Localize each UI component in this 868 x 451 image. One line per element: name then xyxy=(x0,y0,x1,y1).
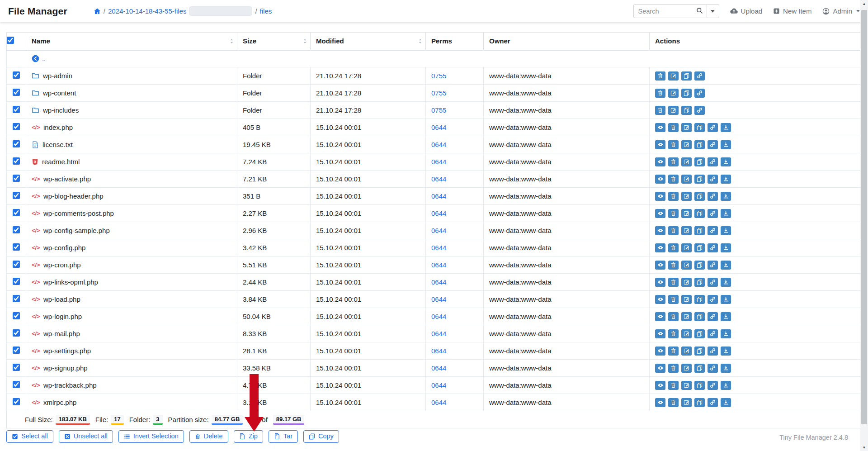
preview-button[interactable] xyxy=(655,398,665,407)
perms-link[interactable]: 0644 xyxy=(431,227,446,234)
direct-link-button[interactable] xyxy=(708,381,718,390)
rename-button[interactable] xyxy=(681,398,692,407)
rename-button[interactable] xyxy=(681,175,692,184)
rename-button[interactable] xyxy=(681,278,692,287)
rename-button[interactable] xyxy=(681,261,692,270)
sort-icon[interactable] xyxy=(418,38,422,44)
perms-link[interactable]: 0644 xyxy=(431,381,446,389)
preview-button[interactable] xyxy=(655,347,665,356)
direct-link-button[interactable] xyxy=(708,398,718,407)
rename-button[interactable] xyxy=(668,89,679,98)
download-button[interactable] xyxy=(721,381,731,390)
perms-link[interactable]: 0644 xyxy=(431,278,446,286)
rename-button[interactable] xyxy=(681,226,692,235)
delete-button[interactable] xyxy=(668,123,679,132)
direct-link-button[interactable] xyxy=(708,209,718,218)
row-checkbox[interactable] xyxy=(13,312,20,319)
perms-link[interactable]: 0644 xyxy=(431,261,446,269)
direct-link-button[interactable] xyxy=(708,312,718,321)
search-input[interactable] xyxy=(633,4,707,18)
breadcrumb-home-link[interactable] xyxy=(94,8,101,15)
copy-button[interactable] xyxy=(694,157,705,166)
copy-button[interactable] xyxy=(694,123,705,132)
delete-button[interactable] xyxy=(668,381,679,390)
preview-button[interactable] xyxy=(655,364,665,373)
copy-button[interactable] xyxy=(694,261,705,270)
delete-button[interactable] xyxy=(668,261,679,270)
download-button[interactable] xyxy=(721,192,731,201)
perms-link[interactable]: 0644 xyxy=(431,244,446,252)
scrollbar-thumb[interactable] xyxy=(861,10,867,424)
download-button[interactable] xyxy=(721,175,731,184)
delete-button[interactable] xyxy=(668,364,679,373)
row-checkbox[interactable] xyxy=(13,226,20,233)
rename-button[interactable] xyxy=(681,123,692,132)
search-options-dropdown[interactable] xyxy=(707,4,719,18)
invert-selection-button[interactable]: Invert Selection xyxy=(118,430,184,443)
download-button[interactable] xyxy=(721,209,731,218)
delete-selected-button[interactable]: Delete xyxy=(189,430,228,443)
download-button[interactable] xyxy=(721,364,731,373)
row-checkbox[interactable] xyxy=(13,106,20,113)
direct-link-button[interactable] xyxy=(708,364,718,373)
copy-button[interactable] xyxy=(694,175,705,184)
direct-link-button[interactable] xyxy=(708,243,718,252)
copy-button[interactable] xyxy=(694,347,705,356)
scroll-down-arrow-icon[interactable]: ▼ xyxy=(860,444,868,451)
file-name-link[interactable]: wp-signup.php xyxy=(43,364,88,372)
direct-link-button[interactable] xyxy=(708,123,718,132)
perms-link[interactable]: 0644 xyxy=(431,141,446,148)
download-button[interactable] xyxy=(721,261,731,270)
perms-link[interactable]: 0644 xyxy=(431,313,446,320)
rename-button[interactable] xyxy=(668,106,679,115)
row-checkbox[interactable] xyxy=(13,71,20,79)
file-name-link[interactable]: wp-config.php xyxy=(43,244,85,252)
delete-button[interactable] xyxy=(668,157,679,166)
perms-link[interactable]: 0644 xyxy=(431,295,446,303)
admin-menu-button[interactable]: Admin xyxy=(822,7,860,15)
row-checkbox[interactable] xyxy=(13,175,20,182)
delete-button[interactable] xyxy=(668,295,679,304)
rename-button[interactable] xyxy=(681,157,692,166)
row-checkbox[interactable] xyxy=(13,209,20,216)
row-checkbox[interactable] xyxy=(13,157,20,165)
parent-directory-link[interactable]: .. xyxy=(32,55,856,62)
preview-button[interactable] xyxy=(655,157,665,166)
scroll-up-arrow-icon[interactable]: ▲ xyxy=(860,0,868,7)
direct-link-button[interactable] xyxy=(708,278,718,287)
preview-button[interactable] xyxy=(655,192,665,201)
delete-button[interactable] xyxy=(655,71,665,81)
row-checkbox[interactable] xyxy=(13,192,20,199)
row-checkbox[interactable] xyxy=(13,140,20,147)
rename-button[interactable] xyxy=(681,295,692,304)
file-name-link[interactable]: readme.html xyxy=(42,158,80,166)
file-name-link[interactable]: wp-login.php xyxy=(43,313,82,320)
copy-selected-button[interactable]: Copy xyxy=(303,430,339,443)
direct-link-button[interactable] xyxy=(708,175,718,184)
file-name-link[interactable]: wp-config-sample.php xyxy=(43,227,110,234)
delete-button[interactable] xyxy=(655,106,665,115)
copy-button[interactable] xyxy=(694,295,705,304)
column-header-size[interactable]: Size xyxy=(237,33,311,50)
rename-button[interactable] xyxy=(681,364,692,373)
file-name-link[interactable]: wp-mail.php xyxy=(43,330,80,337)
perms-link[interactable]: 0644 xyxy=(431,123,446,131)
file-name-link[interactable]: wp-load.php xyxy=(43,295,80,303)
copy-button[interactable] xyxy=(694,140,705,149)
download-button[interactable] xyxy=(721,347,731,356)
row-checkbox[interactable] xyxy=(13,329,20,337)
preview-button[interactable] xyxy=(655,329,665,338)
rename-button[interactable] xyxy=(681,381,692,390)
direct-link-button[interactable] xyxy=(708,226,718,235)
download-button[interactable] xyxy=(721,278,731,287)
file-name-link[interactable]: wp-cron.php xyxy=(43,261,81,269)
rename-button[interactable] xyxy=(681,209,692,218)
row-checkbox[interactable] xyxy=(13,89,20,96)
download-button[interactable] xyxy=(721,226,731,235)
copy-button[interactable] xyxy=(694,243,705,252)
perms-link[interactable]: 0644 xyxy=(431,399,446,406)
file-name-link[interactable]: wp-content xyxy=(43,89,76,97)
delete-button[interactable] xyxy=(668,347,679,356)
perms-link[interactable]: 0755 xyxy=(431,72,446,80)
direct-link-button[interactable] xyxy=(708,261,718,270)
